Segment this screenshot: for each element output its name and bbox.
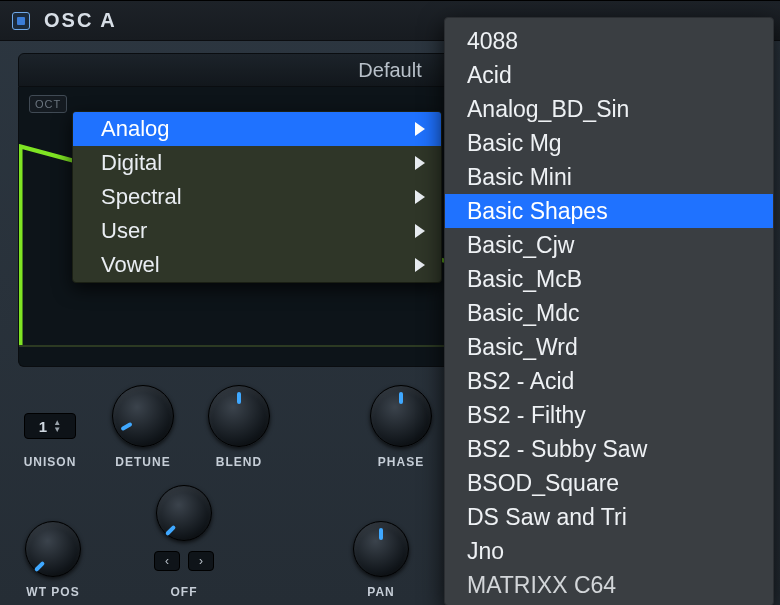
unison-value: 1 [39, 418, 47, 435]
preset-item-label: Basic Shapes [467, 198, 608, 225]
preset-name-label: Default [358, 59, 421, 82]
chevron-left-icon: ‹ [165, 554, 169, 568]
preset-item-label: 4088 [467, 28, 518, 55]
preset-item[interactable]: Basic Mg [445, 126, 773, 160]
category-item-user[interactable]: User [73, 214, 441, 248]
osc-power-button[interactable] [12, 12, 30, 30]
preset-item-label: BS2 - Filthy [467, 402, 586, 429]
preset-item-label: BS2 - Acid [467, 368, 574, 395]
preset-item[interactable]: Acid [445, 58, 773, 92]
submenu-arrow-icon [415, 224, 425, 238]
category-item-vowel[interactable]: Vowel [73, 248, 441, 282]
preset-item-label: Basic_Wrd [467, 334, 578, 361]
submenu-arrow-icon [415, 122, 425, 136]
preset-item-label: Basic Mg [467, 130, 562, 157]
submenu-arrow-icon [415, 190, 425, 204]
category-item-digital[interactable]: Digital [73, 146, 441, 180]
preset-item[interactable]: Basic Shapes [445, 194, 773, 228]
preset-item[interactable]: Basic_Cjw [445, 228, 773, 262]
warp-prev-button[interactable]: ‹ [154, 551, 180, 571]
unison-control: 1 ▲▼ UNISON [18, 383, 82, 469]
preset-item-label: Basic_McB [467, 266, 582, 293]
preset-item-label: Analog_BD_Sin [467, 96, 629, 123]
submenu-arrow-icon [415, 258, 425, 272]
preset-item[interactable]: Basic Mini [445, 160, 773, 194]
category-item-label: Digital [101, 150, 162, 176]
preset-item[interactable]: BSOD_Square [445, 466, 773, 500]
blend-label: BLEND [216, 455, 262, 469]
warp-section: ‹ › OFF [114, 485, 254, 599]
wtpos-knob[interactable]: WT POS [18, 521, 88, 599]
category-item-label: User [101, 218, 147, 244]
category-item-label: Analog [101, 116, 170, 142]
osc-a-panel: OSC A Default OCT 1 ▲▼ UNISON DETUNE [0, 0, 780, 605]
preset-item[interactable]: Analog_BD_Sin [445, 92, 773, 126]
category-item-spectral[interactable]: Spectral [73, 180, 441, 214]
preset-item[interactable]: Basic_Mdc [445, 296, 773, 330]
preset-item[interactable]: DS Saw and Tri [445, 500, 773, 534]
category-item-label: Vowel [101, 252, 160, 278]
preset-item-label: Jno [467, 538, 504, 565]
chevron-right-icon: › [199, 554, 203, 568]
power-indicator-icon [17, 17, 25, 25]
pan-knob[interactable]: PAN [346, 521, 416, 599]
warp-next-button[interactable]: › [188, 551, 214, 571]
warp-knob[interactable] [156, 485, 212, 541]
wavetable-category-menu[interactable]: AnalogDigitalSpectralUserVowel [72, 111, 442, 283]
preset-item[interactable]: BS2 - Acid [445, 364, 773, 398]
preset-item-label: BSOD_Square [467, 470, 619, 497]
preset-item[interactable]: BS2 - Filthy [445, 398, 773, 432]
preset-item[interactable]: Basic_McB [445, 262, 773, 296]
wtpos-label: WT POS [26, 585, 79, 599]
preset-item[interactable]: Jno [445, 534, 773, 568]
category-item-label: Spectral [101, 184, 182, 210]
preset-item-label: Basic_Cjw [467, 232, 574, 259]
preset-item-label: Acid [467, 62, 512, 89]
unison-label: UNISON [24, 455, 77, 469]
blend-knob[interactable]: BLEND [204, 385, 274, 469]
detune-knob[interactable]: DETUNE [108, 385, 178, 469]
warp-label: OFF [171, 585, 198, 599]
preset-item[interactable]: MATRIXX C64 [445, 568, 773, 602]
preset-item[interactable]: BS2 - Subby Saw [445, 432, 773, 466]
osc-title: OSC A [44, 9, 117, 32]
preset-item-label: Basic Mini [467, 164, 572, 191]
submenu-arrow-icon [415, 156, 425, 170]
pan-label: PAN [367, 585, 394, 599]
preset-item[interactable]: 4088 [445, 24, 773, 58]
stepper-arrows-icon: ▲▼ [53, 419, 61, 433]
wavetable-preset-menu[interactable]: 4088AcidAnalog_BD_SinBasic MgBasic MiniB… [444, 17, 774, 605]
preset-item-label: DS Saw and Tri [467, 504, 627, 531]
unison-stepper[interactable]: 1 ▲▼ [24, 413, 76, 439]
oct-badge[interactable]: OCT [29, 95, 67, 113]
preset-item-label: Basic_Mdc [467, 300, 579, 327]
category-item-analog[interactable]: Analog [73, 112, 441, 146]
phase-label: PHASE [378, 455, 424, 469]
preset-item[interactable]: Basic_Wrd [445, 330, 773, 364]
detune-label: DETUNE [115, 455, 170, 469]
preset-item-label: MATRIXX C64 [467, 572, 616, 599]
phase-knob[interactable]: PHASE [366, 385, 436, 469]
preset-item-label: BS2 - Subby Saw [467, 436, 647, 463]
